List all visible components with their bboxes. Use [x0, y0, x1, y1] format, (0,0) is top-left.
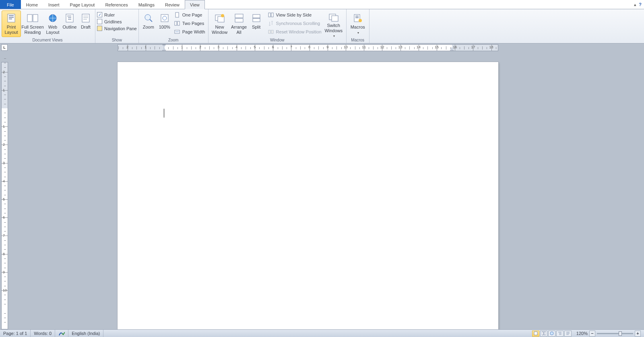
- svg-rect-10: [68, 19, 71, 20]
- svg-rect-11: [82, 14, 89, 22]
- horizontal-ruler[interactable]: 21123456789101112131415161718: [118, 44, 498, 51]
- split-icon: [251, 12, 262, 24]
- tab-mailings[interactable]: Mailings: [133, 0, 160, 9]
- svg-rect-37: [355, 16, 359, 17]
- svg-rect-33: [271, 30, 273, 33]
- sync-scroll-label: Synchronous Scrolling: [276, 21, 320, 26]
- macros-button[interactable]: Macros▾: [348, 10, 367, 37]
- tab-file[interactable]: File: [0, 0, 21, 9]
- svg-rect-38: [355, 17, 359, 18]
- print-layout-button[interactable]: Print Layout: [2, 10, 21, 37]
- new-window-button[interactable]: New Window: [210, 10, 229, 37]
- reset-window-label: Reset Window Position: [276, 29, 322, 34]
- two-pages-button[interactable]: Two Pages: [173, 20, 206, 27]
- svg-rect-1: [9, 15, 14, 16]
- svg-rect-5: [33, 14, 38, 22]
- status-page[interactable]: Page: 1 of 1: [0, 330, 31, 337]
- two-pages-icon: [174, 20, 180, 27]
- status-bar: Page: 1 of 1 Words: 0 English (India) 12…: [0, 329, 644, 337]
- status-language[interactable]: English (India): [68, 330, 103, 337]
- gridlines-checkbox-label: Gridlines: [104, 19, 122, 24]
- svg-point-39: [359, 19, 362, 22]
- status-proofing[interactable]: [55, 330, 68, 337]
- svg-rect-42: [544, 332, 546, 335]
- status-view-full-screen[interactable]: [540, 331, 547, 337]
- reset-window-icon: [268, 29, 274, 35]
- text-cursor: [164, 109, 164, 118]
- side-by-side-icon: [268, 12, 274, 18]
- svg-point-25: [221, 14, 224, 17]
- document-workspace: 2112345678910: [0, 52, 644, 329]
- gridlines-checkbox[interactable]: Gridlines: [97, 19, 137, 24]
- switch-windows-button[interactable]: Switch Windows ▾: [323, 10, 345, 37]
- svg-rect-9: [68, 17, 71, 18]
- minimize-ribbon-icon[interactable]: ▴: [634, 2, 636, 7]
- document-page[interactable]: [118, 62, 498, 329]
- status-view-outline[interactable]: [556, 331, 564, 337]
- full-screen-reading-icon: [27, 12, 38, 24]
- split-label: Split: [252, 25, 260, 30]
- page-width-button[interactable]: Page Width: [173, 28, 206, 35]
- svg-rect-21: [178, 21, 180, 25]
- tab-review[interactable]: Review: [160, 0, 185, 9]
- svg-rect-26: [235, 14, 243, 18]
- ruler-checkbox[interactable]: ✓Ruler: [97, 12, 137, 17]
- svg-rect-8: [67, 16, 71, 17]
- group-document-views-label: Document Views: [0, 37, 95, 43]
- tab-insert[interactable]: Insert: [43, 0, 65, 9]
- draft-label: Draft: [81, 25, 91, 30]
- svg-point-43: [550, 332, 553, 335]
- new-window-label: New Window: [211, 25, 229, 35]
- arrange-all-icon: [233, 12, 245, 24]
- help-icon[interactable]: ?: [639, 2, 642, 7]
- tab-view[interactable]: View: [185, 0, 205, 9]
- full-screen-reading-button[interactable]: Full Screen Reading: [21, 10, 44, 37]
- sync-scroll-icon: [268, 20, 274, 27]
- one-page-label: One Page: [182, 12, 202, 17]
- svg-rect-20: [175, 21, 177, 25]
- zoom-100-icon: [159, 12, 170, 24]
- side-by-side-label: View Side by Side: [276, 12, 312, 17]
- status-view-web-layout[interactable]: [548, 331, 555, 337]
- draft-button[interactable]: Draft: [78, 10, 93, 37]
- status-view-print-layout[interactable]: [532, 331, 539, 337]
- full-screen-reading-label: Full Screen Reading: [21, 25, 44, 35]
- svg-rect-35: [332, 16, 338, 21]
- switch-windows-icon: [328, 12, 339, 22]
- view-side-by-side-button[interactable]: View Side by Side: [266, 11, 323, 19]
- vertical-ruler[interactable]: 2112345678910: [1, 62, 8, 329]
- web-layout-icon: [47, 12, 58, 24]
- zoom-in-button[interactable]: +: [635, 331, 641, 337]
- group-macros-label: Macros: [347, 37, 369, 43]
- page-width-label: Page Width: [182, 29, 205, 34]
- tab-home[interactable]: Home: [21, 0, 43, 9]
- group-zoom-label: Zoom: [139, 37, 208, 43]
- arrange-all-button[interactable]: Arrange All: [229, 10, 249, 37]
- svg-rect-17: [161, 14, 168, 22]
- zoom-slider[interactable]: [597, 333, 633, 334]
- zoom-100-label: 100%: [159, 25, 170, 30]
- zoom-slider-thumb[interactable]: [619, 331, 622, 336]
- print-layout-label: Print Layout: [2, 25, 21, 35]
- status-words[interactable]: Words: 0: [31, 330, 55, 337]
- ruler-bar: L 21123456789101112131415161718: [0, 43, 644, 52]
- split-button[interactable]: Split: [249, 10, 264, 37]
- navigation-pane-checkbox[interactable]: Navigation Pane: [97, 26, 137, 31]
- one-page-icon: [174, 12, 180, 18]
- web-layout-button[interactable]: Web Layout: [44, 10, 61, 37]
- zoom-100-button[interactable]: 100%: [157, 10, 173, 37]
- status-view-draft[interactable]: [564, 331, 572, 337]
- zoom-icon: [143, 12, 154, 24]
- tab-references[interactable]: References: [100, 0, 133, 9]
- zoom-button[interactable]: Zoom: [140, 10, 157, 37]
- svg-rect-32: [268, 30, 270, 33]
- svg-rect-2: [9, 17, 14, 18]
- switch-windows-label: Switch Windows: [324, 23, 343, 33]
- tab-page-layout[interactable]: Page Layout: [65, 0, 100, 9]
- one-page-button[interactable]: One Page: [173, 11, 206, 19]
- tab-selector[interactable]: L: [1, 44, 8, 51]
- svg-rect-12: [83, 16, 88, 17]
- outline-button[interactable]: Outline: [61, 10, 78, 37]
- zoom-level-label[interactable]: 120%: [576, 331, 588, 336]
- zoom-out-button[interactable]: −: [589, 331, 595, 337]
